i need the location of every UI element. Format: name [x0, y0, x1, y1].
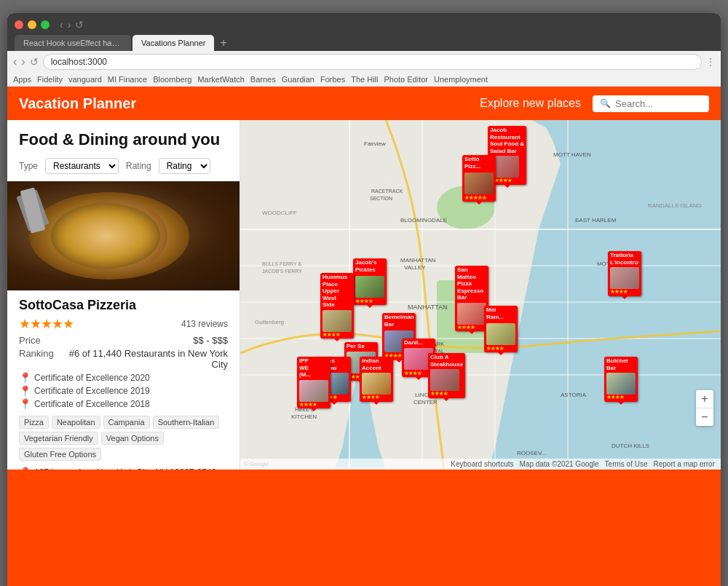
map-footer-terms[interactable]: Terms of Use — [605, 460, 648, 468]
price-label: Price — [19, 335, 41, 346]
review-count: 413 reviews — [181, 319, 228, 329]
tag-campania[interactable]: Campania — [103, 416, 150, 429]
price-value: $$ - $$$ — [193, 335, 228, 346]
close-button[interactable] — [15, 20, 23, 29]
zoom-out-button[interactable]: − — [696, 408, 713, 426]
tag-vegetarian[interactable]: Vegetarian Friendly — [19, 432, 98, 445]
award-icon-3: 📍 — [19, 398, 31, 410]
header-right: Explore new places 🔍 — [480, 95, 709, 112]
rating-label: Rating — [126, 161, 151, 171]
tab-react[interactable]: React Hook useEffect has mi... — [15, 35, 131, 51]
marker-club-a[interactable]: Club ASteakhouse ★★★★ — [428, 353, 465, 398]
svg-text:JACOB'S FERRY: JACOB'S FERRY — [262, 269, 302, 274]
app-footer — [7, 470, 721, 586]
refresh-button[interactable]: ↺ — [75, 19, 84, 31]
tag-neapolitan[interactable]: Neapolitan — [52, 416, 100, 429]
search-box[interactable]: 🔍 — [593, 95, 709, 112]
back-button[interactable]: ‹ — [60, 19, 63, 31]
browser-menu-icon[interactable]: ⋮ — [706, 57, 715, 67]
award-text-2: Certificate of Excellence 2019 — [34, 386, 150, 396]
svg-text:EAST HARLEM: EAST HARLEM — [575, 217, 617, 223]
back-nav[interactable]: ‹ — [13, 55, 17, 68]
marker-indian-accent[interactable]: IndianAccent ★★★★ — [360, 357, 393, 402]
marker-hummus[interactable]: HummusPlaceUpperWestSide ★★★★ — [320, 273, 354, 338]
svg-text:RANDALLS ISLAND: RANDALLS ISLAND — [648, 202, 702, 209]
tag-gluten[interactable]: Gluten Free Options — [19, 448, 101, 461]
tags-row: Pizza Neapolitan Campania Southern-Itali… — [19, 416, 228, 461]
award-text-3: Certificate of Excellence 2018 — [34, 399, 150, 409]
bookmark-forbes[interactable]: Forbes — [320, 75, 345, 84]
map-footer-report[interactable]: Report a map error — [654, 460, 715, 468]
bookmark-vanguard[interactable]: vanguard — [68, 75, 102, 84]
type-select[interactable]: Restaurants — [45, 158, 119, 174]
panel-title: Food & Dining around you — [19, 130, 228, 149]
svg-text:CENTER: CENTER — [414, 399, 438, 405]
marker-butcher[interactable]: ButcherBar ★★★★ — [604, 357, 638, 402]
ranking-label: Ranking — [19, 348, 54, 370]
svg-text:KITCHEN: KITCHEN — [291, 413, 317, 420]
bookmark-bloomberg[interactable]: Bloomberg — [153, 75, 191, 84]
browser-chrome: ‹ › ↺ React Hook useEffect has mi... Vac… — [7, 13, 721, 51]
stars-row: ★★★★★ 413 reviews — [19, 316, 228, 332]
marker-sotto[interactable]: SottoPizz... ★★★★★ — [462, 155, 496, 202]
bookmark-apps[interactable]: Apps — [13, 75, 31, 84]
map-zoom-controls: + − — [696, 390, 713, 426]
tag-southern[interactable]: Southern-Italian — [153, 416, 220, 429]
search-input[interactable] — [615, 98, 703, 109]
bookmark-barnes[interactable]: Barnes — [250, 75, 276, 84]
svg-text:MOTT HAVEN: MOTT HAVEN — [553, 151, 591, 158]
refresh-nav[interactable]: ↺ — [30, 56, 39, 68]
marker-jacobs-pickles[interactable]: Jacob'sPickles ★★★★ — [353, 258, 387, 305]
tag-pizza[interactable]: Pizza — [19, 416, 49, 429]
location-icon-1: 📍 — [19, 467, 31, 470]
bookmark-fidelity[interactable]: Fidelity — [37, 75, 63, 84]
award-text-1: Certificate of Excellence 2020 — [34, 373, 150, 383]
minimize-button[interactable] — [28, 20, 36, 29]
app-title: Vacation Planner — [19, 95, 136, 112]
forward-button[interactable]: › — [68, 19, 71, 31]
main-content: Food & Dining around you Type Restaurant… — [7, 120, 721, 470]
star-rating: ★★★★★ — [19, 316, 74, 332]
award-icon-2: 📍 — [19, 385, 31, 397]
svg-text:WOODCLIFF: WOODCLIFF — [262, 210, 297, 216]
map-footer-shortcuts[interactable]: Keyboard shortcuts — [451, 460, 513, 468]
bookmark-photoeditor[interactable]: Photo Editor — [384, 75, 428, 84]
bookmark-marketwatch[interactable]: MarketWatch — [197, 75, 244, 84]
explore-text: Explore new places — [480, 97, 581, 110]
bookmark-thehill[interactable]: The Hill — [351, 75, 378, 84]
marker-ipp[interactable]: IPPWE(M... ★★★★ — [297, 357, 331, 408]
bookmarks-bar: Apps Fidelity vanguard MI Finance Bloomb… — [7, 73, 721, 87]
price-row: Price $$ - $$$ — [19, 335, 228, 346]
filter-row: Type Restaurants Rating Rating — [7, 154, 240, 181]
new-tab-button[interactable]: + — [215, 35, 231, 51]
map-panel[interactable]: WOODCLIFF BULLS FERRY & JACOB'S FERRY Gu… — [240, 120, 721, 470]
svg-text:Fairview: Fairview — [364, 140, 386, 147]
ranking-value: #6 of 11,440 Restaurants in New York Cit… — [54, 348, 228, 370]
award-row-1: 📍 Certificate of Excellence 2020 — [19, 372, 228, 384]
map-footer: Keyboard shortcuts Map data ©2021 Google… — [240, 459, 721, 470]
award-icon-1: 📍 — [19, 372, 31, 384]
rating-select[interactable]: Rating — [159, 158, 210, 174]
zoom-in-button[interactable]: + — [696, 390, 713, 408]
tab-vacations[interactable]: Vacations Planner — [132, 35, 214, 51]
bookmark-mifinance[interactable]: MI Finance — [108, 75, 147, 84]
app-content: Vacation Planner Explore new places 🔍 Fo… — [7, 87, 721, 586]
left-panel: Food & Dining around you Type Restaurant… — [7, 120, 240, 470]
award-row-3: 📍 Certificate of Excellence 2018 — [19, 398, 228, 410]
ranking-row: Ranking #6 of 11,440 Restaurants in New … — [19, 348, 228, 370]
app-header: Vacation Planner Explore new places 🔍 — [7, 87, 721, 120]
tag-vegan[interactable]: Vegan Options — [101, 432, 164, 445]
marker-trattoria[interactable]: TrattoriaL'incontro ★★★★ — [608, 251, 641, 296]
panel-header: Food & Dining around you — [7, 120, 240, 154]
svg-text:Guttenberg: Guttenberg — [255, 319, 284, 325]
search-icon: 🔍 — [600, 98, 611, 108]
bookmark-guardian[interactable]: Guardian — [282, 75, 314, 84]
tab-bar: React Hook useEffect has mi... Vacations… — [15, 35, 713, 51]
address-bar[interactable]: localhost:3000 — [43, 54, 702, 70]
svg-text:MANHATTAN: MANHATTAN — [408, 304, 448, 311]
maximize-button[interactable] — [41, 20, 50, 29]
bookmark-react[interactable]: Unemployment — [434, 75, 488, 84]
marker-mei[interactable]: MeiRam... ★★★★ — [484, 306, 518, 352]
svg-text:BULLS FERRY &: BULLS FERRY & — [262, 261, 302, 266]
forward-nav[interactable]: › — [21, 55, 25, 68]
